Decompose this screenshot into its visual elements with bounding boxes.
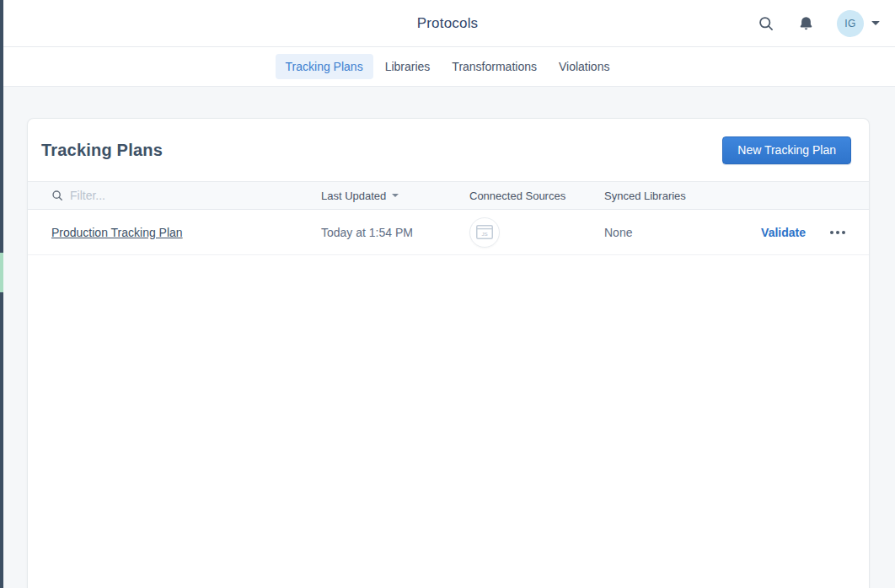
chevron-down-icon[interactable] xyxy=(871,21,880,25)
javascript-website-source-icon: JS xyxy=(476,225,493,239)
column-label-last-updated: Last Updated xyxy=(321,190,386,202)
new-tracking-plan-button[interactable]: New Tracking Plan xyxy=(722,136,851,164)
tab-violations[interactable]: Violations xyxy=(549,54,619,79)
notifications-button[interactable] xyxy=(798,15,814,32)
tracking-plan-row: Production Tracking Plan Today at 1:54 P… xyxy=(28,210,869,255)
column-header-synced-libraries: Synced Libraries xyxy=(604,190,686,202)
tab-tracking-plans[interactable]: Tracking Plans xyxy=(276,54,373,79)
overflow-menu-button[interactable] xyxy=(828,227,847,238)
header-actions: IG xyxy=(758,10,895,37)
search-button[interactable] xyxy=(758,15,774,32)
bell-icon xyxy=(798,15,814,32)
collapsed-sidebar-strip xyxy=(0,0,3,588)
filter-input[interactable] xyxy=(70,189,255,202)
card-title: Tracking Plans xyxy=(41,141,163,160)
svg-text:JS: JS xyxy=(481,231,487,237)
synced-libraries-cell: None xyxy=(604,226,632,239)
account-menu[interactable]: IG xyxy=(837,10,880,37)
sidebar-highlight-segment xyxy=(0,253,3,292)
column-header-last-updated[interactable]: Last Updated xyxy=(321,190,399,202)
tab-transformations[interactable]: Transformations xyxy=(442,54,547,79)
overflow-menu-icon xyxy=(830,231,833,234)
app-header: Protocols IG xyxy=(0,0,895,47)
last-updated-cell: Today at 1:54 PM xyxy=(321,226,413,239)
sort-caret-icon xyxy=(392,194,399,197)
avatar[interactable]: IG xyxy=(837,10,864,37)
tab-libraries[interactable]: Libraries xyxy=(375,54,441,79)
tracking-plans-card: Tracking Plans New Tracking Plan Las xyxy=(27,118,870,588)
main-content: Tracking Plans New Tracking Plan Las xyxy=(0,87,895,588)
column-header-connected-sources: Connected Sources xyxy=(469,190,565,202)
validate-link[interactable]: Validate xyxy=(761,226,806,239)
filter-field xyxy=(51,189,255,202)
tracking-plan-link[interactable]: Production Tracking Plan xyxy=(51,226,183,239)
tab-bar: Tracking Plans Libraries Transformations… xyxy=(0,47,895,87)
connected-source-badge[interactable]: JS xyxy=(469,217,500,248)
card-header: Tracking Plans New Tracking Plan xyxy=(28,119,869,181)
table-empty-area xyxy=(28,255,869,588)
table-header-row: Last Updated Connected Sources Synced Li… xyxy=(28,181,869,210)
filter-search-icon xyxy=(51,190,63,201)
search-icon xyxy=(758,15,774,32)
